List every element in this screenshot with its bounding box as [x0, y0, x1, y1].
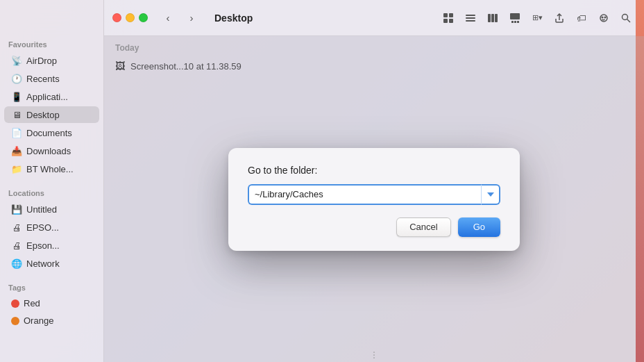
go-button[interactable]: Go [458, 217, 500, 237]
minimize-button[interactable] [126, 13, 135, 22]
sidebar-item-label-tag-orange: Orange [24, 315, 53, 326]
sidebar-item-tag-red[interactable]: Red [4, 295, 99, 311]
column-view-button[interactable] [483, 8, 502, 28]
traffic-lights [112, 13, 148, 22]
svg-point-17 [622, 14, 628, 19]
svg-rect-3 [449, 19, 453, 23]
svg-rect-7 [488, 14, 491, 22]
svg-rect-5 [466, 17, 475, 19]
toolbar-icons: ⊞▾ 🏷 [439, 8, 636, 28]
window-title: Desktop [214, 13, 253, 24]
locations-section-label: Locations [0, 183, 103, 200]
svg-line-18 [627, 19, 631, 22]
go-to-folder-dialog: Go to the folder: Cancel Go [228, 148, 520, 251]
sidebar: Favourites 📡 AirDrop 🕐 Recents 📱 Applica… [0, 0, 104, 362]
dialog-input-row [248, 184, 500, 205]
sidebar-item-applications[interactable]: 📱 Applicati... [4, 88, 99, 105]
sidebar-item-label-tag-red: Red [24, 298, 40, 308]
sidebar-item-label-documents: Documents [26, 128, 72, 138]
sidebar-item-label-bt-whole: BT Whole... [26, 164, 74, 174]
svg-point-14 [600, 15, 607, 22]
forward-button[interactable]: › [183, 9, 201, 27]
sidebar-item-airdrop[interactable]: 📡 AirDrop [4, 52, 99, 69]
gallery-view-button[interactable] [505, 8, 525, 28]
dialog-overlay: Go to the folder: Cancel Go [104, 36, 644, 362]
sidebar-item-label-desktop: Desktop [26, 110, 60, 120]
svg-rect-11 [511, 21, 514, 23]
maximize-button[interactable] [139, 13, 148, 22]
sidebar-item-label-recents: Recents [26, 74, 60, 84]
sidebar-item-epso1[interactable]: 🖨 EPSO... [4, 219, 99, 236]
orange-tag-dot [11, 317, 19, 325]
toolbar: ‹ › Desktop ⊞▾ [104, 0, 644, 36]
svg-rect-1 [449, 13, 453, 17]
sidebar-item-epson2[interactable]: 🖨 Epson... [4, 237, 99, 254]
svg-rect-13 [517, 21, 519, 23]
recents-icon: 🕐 [11, 73, 22, 84]
sort-button[interactable]: ⊞▾ [527, 8, 547, 28]
file-area: Today 🖼 Screenshot...10 at 11.38.59 Go t… [104, 36, 644, 362]
svg-rect-6 [466, 20, 475, 22]
svg-rect-0 [443, 13, 448, 17]
downloads-icon: 📥 [11, 145, 22, 156]
sidebar-item-network[interactable]: 🌐 Network [4, 255, 99, 272]
sidebar-item-label-downloads: Downloads [26, 146, 71, 156]
folder-dropdown-button[interactable] [481, 184, 500, 205]
sidebar-item-label-network: Network [26, 258, 60, 269]
sidebar-item-recents[interactable]: 🕐 Recents [4, 70, 99, 87]
tags-section-label: Tags [0, 278, 103, 295]
bt-whole-icon: 📁 [11, 163, 22, 174]
main-area: ‹ › Desktop ⊞▾ [104, 0, 644, 362]
svg-rect-10 [510, 13, 520, 19]
sidebar-item-bt-whole[interactable]: 📁 BT Whole... [4, 161, 99, 177]
face-recognition-button[interactable] [594, 8, 613, 28]
back-button[interactable]: ‹ [159, 9, 177, 27]
airdrop-icon: 📡 [11, 55, 22, 66]
sidebar-item-label-applications: Applicati... [26, 92, 68, 102]
svg-rect-8 [491, 14, 494, 22]
sidebar-item-label-untitled: Untitled [26, 204, 57, 215]
svg-rect-9 [495, 14, 498, 22]
epson2-icon: 🖨 [11, 240, 22, 251]
sidebar-item-tag-orange[interactable]: Orange [4, 313, 99, 329]
share-button[interactable] [550, 8, 569, 28]
finder-window: Favourites 📡 AirDrop 🕐 Recents 📱 Applica… [0, 0, 644, 362]
sidebar-item-label-airdrop: AirDrop [26, 56, 57, 66]
svg-rect-2 [443, 19, 448, 23]
svg-rect-12 [514, 21, 516, 23]
epso1-icon: 🖨 [11, 222, 22, 233]
applications-icon: 📱 [11, 91, 22, 102]
sidebar-item-label-epson2: Epson... [26, 240, 60, 251]
desktop-icon: 🖥 [11, 109, 22, 120]
tag-button[interactable]: 🏷 [572, 8, 591, 28]
documents-icon: 📄 [11, 127, 22, 138]
favourites-section-label: Favourites [0, 35, 103, 51]
red-tag-dot [11, 299, 19, 308]
sidebar-item-untitled[interactable]: 💾 Untitled [4, 201, 99, 217]
svg-point-16 [604, 17, 606, 18]
close-button[interactable] [112, 13, 121, 22]
list-view-button[interactable] [461, 8, 480, 28]
untitled-disk-icon: 💾 [11, 204, 22, 215]
cancel-button[interactable]: Cancel [396, 217, 450, 237]
dialog-buttons: Cancel Go [248, 217, 500, 237]
network-icon: 🌐 [11, 258, 22, 269]
grid-view-button[interactable] [439, 8, 458, 28]
svg-rect-4 [466, 15, 475, 16]
sidebar-item-desktop[interactable]: 🖥 Desktop [4, 106, 99, 123]
dialog-title: Go to the folder: [248, 165, 500, 176]
sidebar-item-documents[interactable]: 📄 Documents [4, 124, 99, 141]
sidebar-item-label-epso1: EPSO... [26, 222, 59, 233]
svg-point-15 [602, 17, 603, 18]
sidebar-item-downloads[interactable]: 📥 Downloads [4, 142, 99, 159]
folder-path-input[interactable] [248, 184, 481, 205]
search-button[interactable] [616, 8, 636, 28]
